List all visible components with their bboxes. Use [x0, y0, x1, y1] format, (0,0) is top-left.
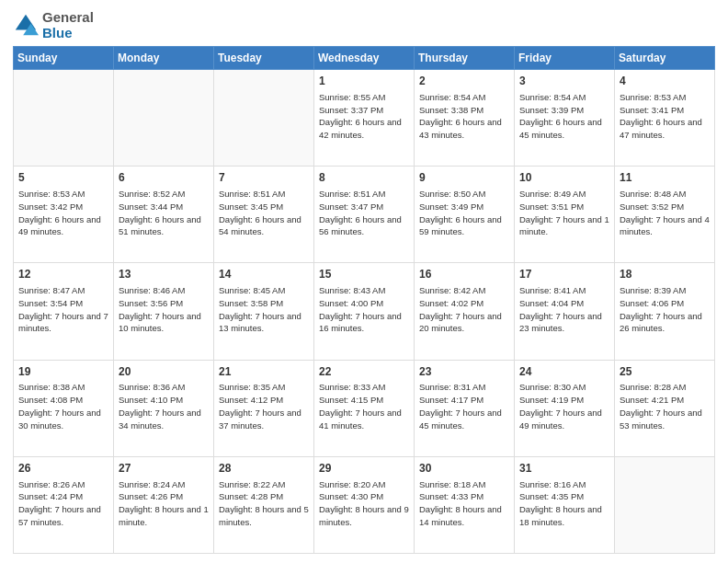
day-number: 15 [319, 267, 409, 282]
day-info: Sunrise: 8:49 AM Sunset: 3:51 PM Dayligh… [519, 188, 609, 238]
calendar-cell: 4Sunrise: 8:53 AM Sunset: 3:41 PM Daylig… [615, 70, 715, 167]
day-info: Sunrise: 8:39 AM Sunset: 4:06 PM Dayligh… [620, 284, 710, 335]
day-number: 8 [319, 170, 409, 186]
day-number: 3 [519, 74, 609, 89]
calendar-cell: 12Sunrise: 8:47 AM Sunset: 3:54 PM Dayli… [14, 263, 114, 360]
calendar-cell: 17Sunrise: 8:41 AM Sunset: 4:04 PM Dayli… [515, 263, 615, 360]
calendar-cell: 18Sunrise: 8:39 AM Sunset: 4:06 PM Dayli… [615, 263, 715, 360]
day-info: Sunrise: 8:33 AM Sunset: 4:15 PM Dayligh… [319, 381, 409, 431]
calendar-cell: 25Sunrise: 8:28 AM Sunset: 4:21 PM Dayli… [615, 360, 715, 456]
calendar-cell: 20Sunrise: 8:36 AM Sunset: 4:10 PM Dayli… [114, 360, 214, 456]
calendar-cell: 10Sunrise: 8:49 AM Sunset: 3:51 PM Dayli… [515, 167, 615, 263]
day-info: Sunrise: 8:50 AM Sunset: 3:49 PM Dayligh… [419, 188, 509, 238]
day-number: 20 [119, 364, 209, 380]
day-number: 21 [219, 364, 309, 380]
calendar-cell: 16Sunrise: 8:42 AM Sunset: 4:02 PM Dayli… [415, 263, 515, 360]
calendar-cell: 3Sunrise: 8:54 AM Sunset: 3:39 PM Daylig… [515, 70, 615, 167]
calendar-cell: 26Sunrise: 8:26 AM Sunset: 4:24 PM Dayli… [14, 456, 114, 553]
day-number: 1 [319, 74, 409, 89]
calendar-header-friday: Friday [515, 47, 615, 70]
day-info: Sunrise: 8:53 AM Sunset: 3:42 PM Dayligh… [18, 188, 108, 238]
calendar-cell: 30Sunrise: 8:18 AM Sunset: 4:33 PM Dayli… [415, 456, 515, 553]
calendar-cell [214, 70, 314, 167]
day-number: 25 [620, 364, 710, 380]
day-number: 10 [519, 170, 609, 186]
day-info: Sunrise: 8:51 AM Sunset: 3:45 PM Dayligh… [219, 188, 309, 238]
day-info: Sunrise: 8:52 AM Sunset: 3:44 PM Dayligh… [119, 188, 209, 238]
day-number: 26 [18, 461, 108, 477]
day-number: 23 [419, 364, 509, 380]
day-info: Sunrise: 8:45 AM Sunset: 3:58 PM Dayligh… [219, 284, 309, 335]
calendar-cell: 29Sunrise: 8:20 AM Sunset: 4:30 PM Dayli… [314, 456, 415, 553]
day-number: 9 [419, 170, 509, 186]
day-number: 5 [18, 170, 108, 186]
calendar-cell [615, 456, 715, 553]
calendar-week-3: 12Sunrise: 8:47 AM Sunset: 3:54 PM Dayli… [14, 263, 715, 360]
calendar-header-saturday: Saturday [615, 47, 715, 70]
calendar-header-row: SundayMondayTuesdayWednesdayThursdayFrid… [14, 47, 715, 70]
calendar-week-4: 19Sunrise: 8:38 AM Sunset: 4:08 PM Dayli… [14, 360, 715, 456]
calendar-week-1: 1Sunrise: 8:55 AM Sunset: 3:37 PM Daylig… [14, 70, 715, 167]
day-info: Sunrise: 8:38 AM Sunset: 4:08 PM Dayligh… [18, 381, 108, 431]
day-number: 6 [119, 170, 209, 186]
day-number: 18 [620, 267, 710, 282]
calendar-cell: 28Sunrise: 8:22 AM Sunset: 4:28 PM Dayli… [214, 456, 314, 553]
logo: GeneralBlue [13, 9, 94, 40]
calendar-header-thursday: Thursday [415, 47, 515, 70]
day-number: 22 [319, 364, 409, 380]
calendar-cell: 11Sunrise: 8:48 AM Sunset: 3:52 PM Dayli… [615, 167, 715, 263]
calendar-header-tuesday: Tuesday [214, 47, 314, 70]
calendar-cell: 2Sunrise: 8:54 AM Sunset: 3:38 PM Daylig… [415, 70, 515, 167]
calendar-cell: 9Sunrise: 8:50 AM Sunset: 3:49 PM Daylig… [415, 167, 515, 263]
day-number: 14 [219, 267, 309, 282]
day-info: Sunrise: 8:54 AM Sunset: 3:39 PM Dayligh… [519, 91, 609, 142]
day-number: 7 [219, 170, 309, 186]
calendar-cell: 7Sunrise: 8:51 AM Sunset: 3:45 PM Daylig… [214, 167, 314, 263]
day-info: Sunrise: 8:22 AM Sunset: 4:28 PM Dayligh… [219, 478, 309, 529]
calendar-week-5: 26Sunrise: 8:26 AM Sunset: 4:24 PM Dayli… [14, 456, 715, 553]
calendar-cell [14, 70, 114, 167]
day-number: 30 [419, 461, 509, 477]
calendar-cell: 15Sunrise: 8:43 AM Sunset: 4:00 PM Dayli… [314, 263, 415, 360]
day-number: 28 [219, 461, 309, 477]
day-number: 2 [419, 74, 509, 89]
calendar-cell: 13Sunrise: 8:46 AM Sunset: 3:56 PM Dayli… [114, 263, 214, 360]
calendar-cell: 8Sunrise: 8:51 AM Sunset: 3:47 PM Daylig… [314, 167, 415, 263]
day-info: Sunrise: 8:18 AM Sunset: 4:33 PM Dayligh… [419, 478, 509, 529]
day-info: Sunrise: 8:36 AM Sunset: 4:10 PM Dayligh… [119, 381, 209, 431]
day-info: Sunrise: 8:16 AM Sunset: 4:35 PM Dayligh… [519, 478, 609, 529]
calendar-cell: 21Sunrise: 8:35 AM Sunset: 4:12 PM Dayli… [214, 360, 314, 456]
day-info: Sunrise: 8:51 AM Sunset: 3:47 PM Dayligh… [319, 188, 409, 238]
day-info: Sunrise: 8:42 AM Sunset: 4:02 PM Dayligh… [419, 284, 509, 335]
page: GeneralBlue SundayMondayTuesdayWednesday… [0, 0, 728, 563]
calendar-header-sunday: Sunday [14, 47, 114, 70]
day-info: Sunrise: 8:30 AM Sunset: 4:19 PM Dayligh… [519, 381, 609, 431]
calendar-cell [114, 70, 214, 167]
day-number: 13 [119, 267, 209, 282]
day-info: Sunrise: 8:55 AM Sunset: 3:37 PM Dayligh… [319, 91, 409, 142]
calendar-header-monday: Monday [114, 47, 214, 70]
day-number: 12 [18, 267, 108, 282]
calendar-cell: 19Sunrise: 8:38 AM Sunset: 4:08 PM Dayli… [14, 360, 114, 456]
header: GeneralBlue [13, 9, 715, 40]
day-number: 16 [419, 267, 509, 282]
calendar-week-2: 5Sunrise: 8:53 AM Sunset: 3:42 PM Daylig… [14, 167, 715, 263]
day-info: Sunrise: 8:53 AM Sunset: 3:41 PM Dayligh… [620, 91, 710, 142]
day-number: 4 [620, 74, 710, 89]
calendar-table: SundayMondayTuesdayWednesdayThursdayFrid… [13, 46, 715, 554]
logo-icon [13, 12, 39, 38]
day-info: Sunrise: 8:31 AM Sunset: 4:17 PM Dayligh… [419, 381, 509, 431]
day-number: 19 [18, 364, 108, 380]
calendar-cell: 1Sunrise: 8:55 AM Sunset: 3:37 PM Daylig… [314, 70, 415, 167]
calendar-header-wednesday: Wednesday [314, 47, 415, 70]
calendar-cell: 5Sunrise: 8:53 AM Sunset: 3:42 PM Daylig… [14, 167, 114, 263]
day-info: Sunrise: 8:41 AM Sunset: 4:04 PM Dayligh… [519, 284, 609, 335]
day-number: 31 [519, 461, 609, 477]
day-number: 27 [119, 461, 209, 477]
calendar-cell: 23Sunrise: 8:31 AM Sunset: 4:17 PM Dayli… [415, 360, 515, 456]
day-info: Sunrise: 8:35 AM Sunset: 4:12 PM Dayligh… [219, 381, 309, 431]
calendar-cell: 27Sunrise: 8:24 AM Sunset: 4:26 PM Dayli… [114, 456, 214, 553]
day-info: Sunrise: 8:47 AM Sunset: 3:54 PM Dayligh… [18, 284, 108, 335]
day-info: Sunrise: 8:46 AM Sunset: 3:56 PM Dayligh… [119, 284, 209, 335]
day-info: Sunrise: 8:54 AM Sunset: 3:38 PM Dayligh… [419, 91, 509, 142]
